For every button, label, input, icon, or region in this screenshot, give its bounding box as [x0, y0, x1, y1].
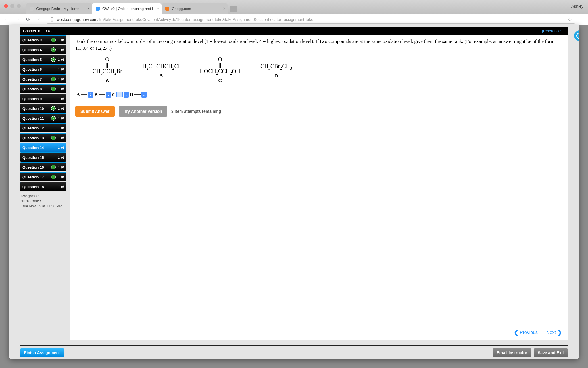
- save-and-exit-button[interactable]: Save and Exit: [534, 348, 568, 357]
- compound-label: A: [93, 78, 122, 84]
- progress-label: Progress:: [21, 193, 65, 199]
- question-label: Question 12: [22, 126, 58, 130]
- rank-spinner[interactable]: [106, 92, 111, 98]
- question-label: Question 9: [22, 97, 58, 101]
- compound: H2C═CHCH2ClB: [142, 56, 180, 84]
- try-another-button[interactable]: Try Another Version: [119, 106, 167, 117]
- question-nav-item[interactable]: Question 4✓1 pt: [20, 45, 66, 54]
- help-icon[interactable]: [574, 30, 579, 41]
- answer-slot: D: [130, 92, 147, 98]
- pager: ❮Previous Next❯: [514, 329, 562, 336]
- question-label: Question 4: [22, 48, 51, 52]
- rank-spinner[interactable]: [88, 92, 93, 98]
- browser-menu-icon[interactable]: ⋮: [579, 16, 585, 23]
- url-text: west.cengagenow.com/ilrn/takeAssignment/…: [57, 17, 565, 22]
- previous-button[interactable]: ❮Previous: [514, 329, 538, 336]
- submit-answer-button[interactable]: Submit Answer: [75, 106, 115, 117]
- question-label: Question 11: [22, 116, 51, 121]
- compound-label: C: [200, 78, 240, 84]
- email-instructor-button[interactable]: Email Instructor: [493, 348, 531, 357]
- check-icon: ✓: [51, 38, 56, 42]
- question-points: 1 pt: [58, 126, 64, 130]
- site-info-icon[interactable]: i: [50, 17, 54, 22]
- question-nav-item[interactable]: Question 141 pt: [20, 143, 66, 152]
- answer-blank[interactable]: [81, 94, 87, 95]
- question-panel: Rank the compounds below in order of inc…: [70, 35, 568, 340]
- bookmark-star-icon[interactable]: ☆: [568, 16, 572, 23]
- question-points: 1 pt: [58, 155, 64, 159]
- window-zoom-icon[interactable]: [17, 4, 21, 8]
- tab-close-icon[interactable]: ×: [223, 6, 225, 11]
- tab-title: CengageBrain - My Home: [36, 7, 79, 11]
- question-nav-item[interactable]: Question 91 pt: [20, 94, 66, 103]
- question-points: 1 pt: [58, 58, 64, 62]
- home-button[interactable]: ⌂: [36, 17, 42, 22]
- check-icon: ✓: [51, 47, 56, 52]
- tab-favicon: [165, 6, 170, 11]
- compound: O‖HOCH2CCH2OHC: [200, 56, 240, 84]
- app-frame: Chapter 10: EOC [References] Question 3✓…: [9, 25, 579, 359]
- browser-tab[interactable]: Chegg.com×: [162, 3, 228, 14]
- check-icon: ✓: [51, 136, 56, 140]
- question-nav-item[interactable]: Question 10✓1 pt: [20, 104, 66, 113]
- tab-favicon: [95, 6, 100, 11]
- attempts-remaining: 3 item attempts remaining: [171, 109, 221, 114]
- question-label: Question 18: [22, 185, 58, 189]
- question-points: 1 pt: [58, 175, 64, 179]
- question-nav-item[interactable]: Question 8✓1 pt: [20, 84, 66, 93]
- tab-title: Chegg.com: [172, 7, 191, 11]
- question-nav-item[interactable]: Question 121 pt: [20, 123, 66, 132]
- question-nav-item[interactable]: Question 3✓1 pt: [20, 35, 66, 44]
- answer-blank[interactable]: [99, 94, 105, 95]
- progress-count: 10/18 items: [21, 199, 65, 204]
- question-points: 1 pt: [58, 165, 64, 169]
- profile-name[interactable]: Ashley: [571, 4, 583, 9]
- question-label: Question 13: [22, 136, 51, 140]
- tab-close-icon[interactable]: ×: [87, 6, 90, 11]
- question-points: 1 pt: [58, 116, 64, 120]
- browser-tab[interactable]: CengageBrain - My Home×: [26, 3, 92, 14]
- check-icon: ✓: [51, 116, 56, 121]
- question-nav-item[interactable]: Question 151 pt: [20, 152, 66, 162]
- question-nav-item[interactable]: Question 7✓1 pt: [20, 74, 66, 83]
- rank-spinner[interactable]: [124, 92, 129, 98]
- compound-formula: H2C═CHCH2Cl: [142, 56, 180, 71]
- next-button[interactable]: Next❯: [546, 329, 562, 336]
- back-button[interactable]: ←: [3, 17, 9, 22]
- question-label: Question 6: [22, 67, 58, 72]
- new-tab-button[interactable]: [230, 6, 237, 12]
- answer-label: B: [94, 92, 97, 98]
- chapter-title: Chapter 10: EOC: [23, 29, 52, 33]
- answer-blank[interactable]: [134, 94, 141, 95]
- reload-button[interactable]: ⟳: [25, 17, 31, 22]
- question-points: 1 pt: [58, 136, 64, 140]
- question-nav-item[interactable]: Question 5✓1 pt: [20, 55, 66, 64]
- compounds-row: O‖CH3CCH2BrA H2C═CHCH2ClBO‖HOCH2CCH2OHC …: [75, 56, 562, 84]
- window-close-icon[interactable]: [4, 4, 8, 8]
- finish-assignment-button[interactable]: Finish Assignment: [20, 348, 64, 357]
- window-minimize-icon[interactable]: [10, 4, 14, 8]
- question-points: 1 pt: [58, 97, 64, 101]
- question-nav-item[interactable]: Question 61 pt: [20, 64, 66, 74]
- bottom-bar: Finish Assignment Email Instructor Save …: [20, 345, 568, 356]
- forward-button[interactable]: →: [14, 17, 20, 22]
- address-bar[interactable]: i west.cengagenow.com/ilrn/takeAssignmen…: [47, 16, 575, 24]
- question-nav-item[interactable]: Question 17✓1 pt: [20, 172, 66, 181]
- browser-tab[interactable]: OWLv2 | Online teaching and l×: [92, 3, 162, 14]
- question-label: Question 7: [22, 77, 51, 81]
- question-label: Question 5: [22, 58, 51, 62]
- question-nav-item[interactable]: Question 11✓1 pt: [20, 113, 66, 123]
- tabs-container: CengageBrain - My Home×OWLv2 | Online te…: [26, 0, 228, 14]
- answer-blank[interactable]: [116, 92, 123, 97]
- question-nav-item[interactable]: Question 13✓1 pt: [20, 133, 66, 142]
- answer-slot: B: [94, 92, 111, 98]
- question-label: Question 16: [22, 165, 51, 169]
- question-nav-item[interactable]: Question 181 pt: [20, 182, 66, 191]
- tab-close-icon[interactable]: ×: [157, 6, 159, 11]
- question-points: 1 pt: [58, 38, 64, 42]
- references-link[interactable]: [References]: [542, 29, 563, 33]
- question-nav-item[interactable]: Question 16✓1 pt: [20, 162, 66, 171]
- rank-spinner[interactable]: [141, 92, 147, 98]
- compound-label: D: [260, 73, 292, 79]
- compound-formula: CH3CBr2CH3: [260, 56, 292, 71]
